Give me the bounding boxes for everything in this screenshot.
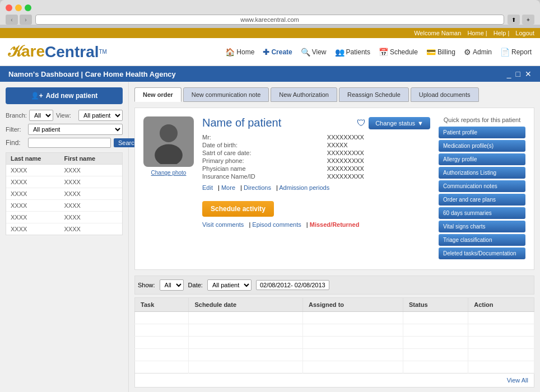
insurance-label: Insurance Name/ID: [202, 173, 322, 180]
help-link[interactable]: Help: [494, 30, 506, 36]
assigned-cell: [303, 324, 403, 337]
more-link[interactable]: More: [221, 184, 235, 191]
minimize-window-btn[interactable]: _: [507, 69, 511, 78]
view-label: View:: [56, 112, 76, 119]
tab-upload[interactable]: Upload documents: [411, 87, 479, 102]
report-communication[interactable]: Communication notes: [439, 180, 525, 192]
share-icon[interactable]: ⬆: [508, 15, 520, 25]
report-vital-signs[interactable]: Vital signs charts: [439, 221, 525, 232]
report-60-days[interactable]: 60 days summaries: [439, 207, 525, 219]
report-patient-profile[interactable]: Patient profile: [439, 127, 525, 138]
nav-admin[interactable]: ⚙ Admin: [464, 48, 492, 57]
table-row: [135, 361, 534, 374]
schedule-cell: [189, 349, 303, 361]
task-cell: [135, 324, 189, 337]
find-input[interactable]: [28, 138, 111, 148]
action-cell: [468, 349, 534, 361]
nav-home[interactable]: 🏠 Home: [225, 48, 254, 57]
table-row: [135, 324, 534, 337]
nav-billing[interactable]: 💳 Billing: [426, 48, 455, 57]
edit-link[interactable]: Edit: [202, 184, 213, 191]
patient-last: XXXX: [11, 214, 64, 221]
report-medication[interactable]: Medication profile(s): [439, 140, 525, 152]
visit-comments-link[interactable]: Visit comments: [202, 221, 244, 228]
directions-link[interactable]: Directions: [244, 184, 271, 191]
missed-returned-link[interactable]: Missed/Returned: [310, 221, 360, 228]
assigned-cell: [303, 337, 403, 349]
patient-first: XXXX: [64, 167, 118, 174]
address-bar[interactable]: www.karecentral.com: [35, 15, 504, 25]
patient-last: XXXX: [11, 167, 64, 174]
filter-select[interactable]: All patient: [28, 124, 123, 135]
patient-first: XXXX: [64, 202, 118, 209]
nav-view[interactable]: 🔍 View: [301, 48, 327, 57]
report-deleted-tasks[interactable]: Deleted tasks/Documentation: [439, 248, 525, 259]
nav-create[interactable]: ✚ Create: [263, 48, 292, 57]
forward-arrow[interactable]: ›: [20, 15, 32, 25]
report-allergy[interactable]: Allergy profile: [439, 153, 525, 165]
branch-select[interactable]: All: [29, 110, 53, 121]
schedule-cell: [189, 324, 303, 337]
show-select[interactable]: All: [160, 279, 184, 291]
schedule-cell: [189, 361, 303, 374]
report-triage[interactable]: Triage classification: [439, 234, 525, 246]
logout-link[interactable]: Logout: [515, 30, 534, 36]
logo-tm: TM: [99, 49, 107, 55]
restore-window-btn[interactable]: □: [516, 69, 520, 78]
status-cell: [403, 337, 468, 349]
date-label: Date:: [188, 282, 203, 288]
show-label: Show:: [138, 282, 155, 288]
tab-new-order[interactable]: New order: [134, 87, 181, 102]
add-patient-button[interactable]: 👤+ Add new patient: [6, 87, 123, 104]
status-col-header: Status: [403, 298, 468, 312]
quick-reports-title: Quick reports for this patient: [439, 116, 525, 123]
view-all-link[interactable]: View All: [507, 377, 528, 384]
date-select[interactable]: All patient: [207, 279, 252, 291]
care-date-value: XXXXXXXXX: [327, 150, 430, 156]
nav-patients[interactable]: 👥 Patients: [335, 48, 370, 57]
patient-last: XXXX: [11, 226, 64, 232]
close-window-btn[interactable]: ✕: [525, 69, 532, 78]
schedule-date-col-header: Schedule date: [189, 298, 303, 312]
nav-schedule[interactable]: 📅 Schedule: [379, 48, 418, 57]
close-btn[interactable]: [6, 4, 12, 11]
mr-value: XXXXXXXXX: [327, 134, 430, 141]
patient-name: Name of patient: [202, 116, 281, 129]
minimize-btn[interactable]: [15, 4, 22, 11]
report-order-care[interactable]: Order and care plans: [439, 194, 525, 206]
list-item[interactable]: XXXX XXXX: [6, 188, 122, 200]
new-tab-icon[interactable]: +: [522, 15, 534, 25]
home-link[interactable]: Home: [467, 30, 483, 36]
status-cell: [403, 361, 468, 374]
logo: 𝒦are Central TM: [8, 43, 107, 61]
status-cell: [403, 349, 468, 361]
report-authorizations[interactable]: Authorizations Listing: [439, 167, 525, 179]
main-nav: 🏠 Home ✚ Create 🔍 View 👥 Patients 📅 Sche…: [225, 48, 532, 57]
maximize-btn[interactable]: [25, 4, 31, 11]
content-area: 👤+ Add new patient Branch: All View: All…: [0, 82, 540, 392]
patient-list-header: Last name First name: [6, 153, 122, 165]
add-patient-label: Add new patient: [46, 92, 98, 100]
branch-label: Branch:: [6, 112, 26, 119]
tab-reassign[interactable]: Reassign Schedule: [339, 87, 409, 102]
add-patient-icon: 👤+: [31, 92, 43, 100]
table-row: [135, 337, 534, 349]
change-status-button[interactable]: Change status ▼: [369, 117, 430, 129]
schedule-activity-button[interactable]: Schedule activity: [202, 201, 274, 217]
nav-report[interactable]: 📄 Report: [500, 48, 532, 57]
episod-comments-link[interactable]: Episod comments: [252, 221, 301, 228]
schedule-cell: [189, 312, 303, 324]
browser-chrome: ‹ › www.karecentral.com ⬆ +: [0, 0, 540, 25]
tab-authorization[interactable]: New Authorization: [271, 87, 337, 102]
back-arrow[interactable]: ‹: [6, 15, 18, 25]
list-item[interactable]: XXXX XXXX: [6, 165, 122, 176]
list-item[interactable]: XXXX XXXX: [6, 212, 122, 223]
list-item[interactable]: XXXX XXXX: [6, 200, 122, 212]
change-photo-link[interactable]: Change photo: [151, 170, 187, 176]
patient-last: XXXX: [11, 190, 64, 197]
view-select[interactable]: All patient: [78, 110, 123, 121]
list-item[interactable]: XXXX XXXX: [6, 223, 122, 235]
admission-periods-link[interactable]: Admission periods: [279, 184, 329, 191]
tab-communication[interactable]: New communication note: [183, 87, 269, 102]
list-item[interactable]: XXXX XXXX: [6, 176, 122, 188]
